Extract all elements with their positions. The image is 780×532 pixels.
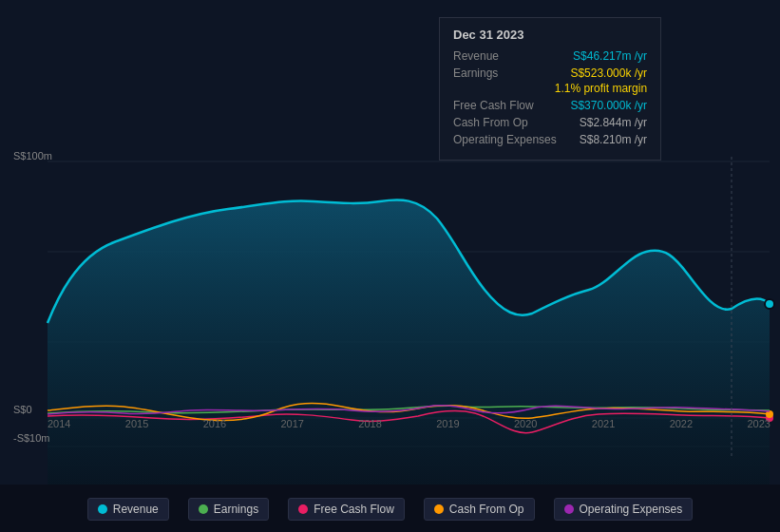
tooltip-value-revenue: S$46.217m /yr: [573, 49, 647, 63]
x-label-2019: 2019: [436, 418, 459, 429]
legend-label-fcf: Free Cash Flow: [314, 503, 394, 516]
tooltip-label-earnings: Earnings: [453, 66, 498, 80]
legend-dot-revenue: [98, 504, 107, 514]
legend-dot-fcf: [298, 504, 308, 514]
legend-dot-cashop: [434, 504, 444, 514]
tooltip-row-earnings: Earnings S$523.000k /yr: [453, 66, 647, 80]
tooltip-sub-margin: 1.1% profit margin: [453, 82, 647, 95]
x-label-2015: 2015: [125, 418, 148, 429]
x-axis-labels: 2014 2015 2016 2017 2018 2019 2020 2021 …: [48, 418, 770, 429]
legend: Revenue Earnings Free Cash Flow Cash Fro…: [0, 498, 780, 521]
legend-item-opex[interactable]: Operating Expenses: [554, 498, 694, 521]
x-label-2023: 2023: [747, 418, 770, 429]
tooltip-label-fcf: Free Cash Flow: [453, 99, 534, 112]
x-label-2018: 2018: [358, 418, 381, 429]
tooltip-value-fcf: S$370.000k /yr: [570, 99, 647, 112]
legend-label-earnings: Earnings: [214, 503, 258, 516]
tooltip-row-cashop: Cash From Op S$2.844m /yr: [453, 116, 647, 129]
tooltip-row-revenue: Revenue S$46.217m /yr: [453, 49, 647, 63]
tooltip-row-opex: Operating Expenses S$8.210m /yr: [453, 133, 647, 146]
x-label-2020: 2020: [514, 418, 537, 429]
legend-item-cashop[interactable]: Cash From Op: [424, 498, 535, 521]
x-label-2016: 2016: [203, 418, 226, 429]
legend-item-earnings[interactable]: Earnings: [188, 498, 269, 521]
tooltip-row-fcf: Free Cash Flow S$370.000k /yr: [453, 99, 647, 112]
x-label-2017: 2017: [280, 418, 303, 429]
legend-dot-earnings: [199, 504, 208, 514]
tooltip-title: Dec 31 2023: [453, 28, 647, 42]
y-label-neg: -S$10m: [13, 432, 50, 444]
tooltip-label-revenue: Revenue: [453, 49, 499, 63]
legend-dot-opex: [564, 504, 574, 514]
tooltip-label-opex: Operating Expenses: [453, 133, 557, 146]
tooltip-box: Dec 31 2023 Revenue S$46.217m /yr Earnin…: [439, 17, 661, 161]
legend-label-opex: Operating Expenses: [580, 503, 683, 516]
y-label-top: S$100m: [13, 150, 52, 162]
x-label-2022: 2022: [670, 418, 693, 429]
tooltip-value-cashop: S$2.844m /yr: [580, 116, 647, 129]
tooltip-label-cashop: Cash From Op: [453, 116, 528, 129]
legend-item-revenue[interactable]: Revenue: [87, 498, 169, 521]
legend-label-cashop: Cash From Op: [449, 503, 524, 516]
tooltip-value-earnings: S$523.000k /yr: [570, 66, 647, 80]
y-label-zero: S$0: [13, 404, 32, 415]
svg-point-6: [765, 299, 774, 309]
x-label-2021: 2021: [592, 418, 615, 429]
legend-label-revenue: Revenue: [113, 503, 159, 516]
x-label-2014: 2014: [48, 418, 70, 429]
tooltip-value-opex: S$8.210m /yr: [580, 133, 647, 146]
legend-item-fcf[interactable]: Free Cash Flow: [288, 498, 405, 521]
